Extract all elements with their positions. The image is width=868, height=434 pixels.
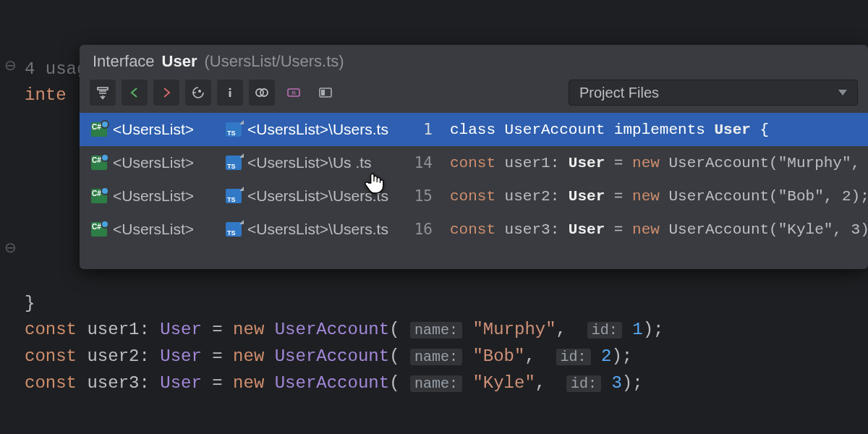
usage-result-row[interactable]: <UsersList> <UsersList>\Users.ts 16 cons… (80, 213, 868, 246)
svg-point-1 (229, 88, 231, 90)
open-in-toolwindow-button[interactable] (90, 80, 116, 106)
usage-result-row[interactable]: <UsersList> <UsersList>\Users.ts 1 class… (80, 113, 868, 146)
csharp-module-icon (91, 122, 107, 137)
scope-label: Project Files (579, 85, 659, 101)
csharp-module-icon (91, 189, 107, 203)
code-preview: const user1: User = new UserAccount("Mur… (450, 155, 868, 171)
csharp-module-icon (91, 156, 107, 170)
regex-button[interactable]: m (281, 80, 307, 106)
scope-dropdown[interactable]: Project Files (569, 80, 858, 106)
svg-rect-2 (229, 91, 231, 97)
title-name: User (162, 52, 197, 71)
svg-rect-8 (321, 90, 325, 95)
results-list: <UsersList> <UsersList>\Users.ts 1 class… (80, 113, 868, 246)
csharp-module-icon (91, 222, 107, 237)
prev-occurrence-button[interactable] (122, 80, 148, 106)
info-button[interactable] (217, 80, 243, 106)
svg-point-4 (260, 89, 268, 96)
group-by-button[interactable] (185, 80, 211, 106)
find-usages-popup: Interface User (UsersList/Users.ts) m P (80, 45, 868, 269)
code-preview: class UserAccount implements User { (450, 122, 856, 138)
svg-point-0 (198, 90, 201, 93)
typescript-file-icon (226, 122, 242, 137)
typescript-file-icon (226, 156, 242, 170)
title-path: (UsersList/Users.ts) (205, 52, 344, 71)
chevron-down-icon (838, 90, 847, 95)
usage-result-row[interactable]: <UsersList> <UsersList>\Us .ts 14 const … (80, 146, 868, 179)
typescript-file-icon (226, 189, 242, 203)
code-preview: const user2: User = new UserAccount("Bob… (450, 188, 868, 205)
preview-button[interactable] (312, 80, 339, 106)
svg-text:m: m (292, 89, 295, 96)
next-occurrence-button[interactable] (153, 80, 179, 106)
title-kind: Interface (93, 52, 155, 71)
popup-title: Interface User (UsersList/Users.ts) (80, 45, 868, 74)
fold-gutter-icon[interactable]: ⊖ (4, 239, 17, 256)
usage-result-row[interactable]: <UsersList> <UsersList>\Users.ts 15 cons… (80, 179, 868, 213)
typescript-file-icon (226, 222, 242, 237)
popup-toolbar: m Project Files (80, 74, 868, 113)
filter-button[interactable] (249, 80, 275, 106)
fold-gutter-icon[interactable]: ⊖ (4, 56, 17, 74)
code-preview: const user3: User = new UserAccount("Kyl… (450, 221, 868, 238)
